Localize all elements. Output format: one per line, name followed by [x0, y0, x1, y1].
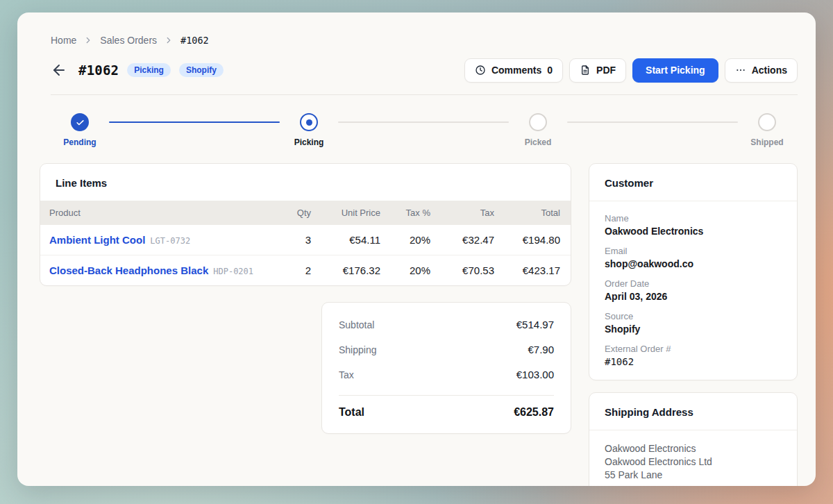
shipping-value: €7.90	[528, 344, 554, 355]
customer-card: Customer Name Oakwood Electronics Email …	[589, 163, 798, 380]
grand-total-row: Total €625.87	[339, 406, 554, 419]
customer-email-field: Email shop@oakwood.co	[605, 246, 782, 269]
cell-tax: €32.47	[430, 225, 494, 255]
cell-total: €194.80	[494, 225, 571, 255]
order-status-stepper: Pending Picking Picked Shipped	[35, 113, 798, 147]
step-circle-pending	[71, 113, 89, 131]
cell-unit-price: €176.32	[311, 255, 380, 286]
clock-icon	[475, 65, 486, 76]
breadcrumb-home[interactable]: Home	[51, 35, 76, 46]
stepper-connector	[338, 121, 509, 123]
stepper-step-shipped: Shipped	[746, 113, 788, 147]
main-panel: Home Sales Orders #1062 #1062 Picking Sh…	[17, 12, 816, 486]
line-items-card: Line Items Product Qty Unit Price Tax % …	[40, 163, 571, 286]
stepper-connector	[567, 121, 738, 123]
subtotal-label: Subtotal	[339, 319, 374, 330]
check-icon	[76, 118, 85, 127]
field-value: Shopify	[605, 324, 782, 335]
step-label: Pending	[63, 137, 96, 147]
source-badge: Shopify	[179, 63, 224, 77]
col-tax-pct: Tax %	[380, 201, 430, 225]
left-column: Line Items Product Qty Unit Price Tax % …	[40, 163, 571, 486]
stepper-connector	[109, 121, 280, 123]
stepper-step-picked: Picked	[517, 113, 559, 147]
source-field: Source Shopify	[605, 311, 782, 335]
breadcrumb: Home Sales Orders #1062	[35, 33, 798, 47]
tax-value: €103.00	[516, 369, 554, 380]
customer-title: Customer	[589, 164, 797, 201]
cell-tax: €70.53	[430, 255, 494, 286]
cell-qty: 3	[271, 225, 311, 255]
cell-tax-pct: 20%	[380, 225, 430, 255]
col-unit-price: Unit Price	[311, 201, 380, 225]
right-column: Customer Name Oakwood Electronics Email …	[589, 163, 798, 486]
address-line: 55 Park Lane	[605, 469, 782, 482]
stepper-step-pending: Pending	[59, 113, 101, 147]
pdf-button[interactable]: PDF	[569, 58, 626, 83]
header-actions: Comments 0 PDF Start Picking Actions	[464, 58, 798, 83]
back-arrow-icon[interactable]	[51, 62, 67, 78]
actions-button[interactable]: Actions	[725, 58, 798, 83]
customer-name-field: Name Oakwood Electronics	[605, 213, 782, 237]
field-label: External Order #	[605, 344, 782, 354]
col-qty: Qty	[271, 201, 311, 225]
step-circle-picking	[300, 113, 318, 131]
breadcrumb-sales-orders[interactable]: Sales Orders	[100, 35, 157, 46]
breadcrumb-current-order: #1062	[180, 35, 209, 46]
stepper-step-picking: Picking	[288, 113, 330, 147]
step-circle-shipped	[758, 113, 776, 131]
product-sku: HDP-0201	[213, 267, 253, 276]
step-circle-picked	[529, 113, 547, 131]
table-row: Ambient Light CoolLGT-0732 3 €54.11 20% …	[40, 225, 571, 255]
pdf-label: PDF	[596, 65, 616, 76]
product-link[interactable]: Closed-Back Headphones Black	[49, 264, 208, 276]
product-link[interactable]: Ambient Light Cool	[49, 234, 145, 246]
line-items-table: Product Qty Unit Price Tax % Tax Total A…	[40, 201, 571, 285]
total-value: €625.87	[514, 406, 554, 419]
current-step-dot-icon	[306, 119, 312, 126]
customer-details: Name Oakwood Electronics Email shop@oakw…	[589, 201, 797, 380]
comments-button[interactable]: Comments 0	[464, 58, 563, 83]
document-icon	[580, 65, 591, 76]
order-totals-card: Subtotal €514.97 Shipping €7.90 Tax €103…	[321, 302, 571, 434]
table-header-row: Product Qty Unit Price Tax % Tax Total	[40, 201, 571, 225]
step-label: Picked	[525, 137, 552, 147]
comments-label: Comments	[491, 65, 541, 76]
chevron-right-icon	[83, 35, 93, 45]
main-content: Line Items Product Qty Unit Price Tax % …	[35, 163, 798, 486]
comments-count: 0	[547, 65, 553, 76]
field-value: shop@oakwood.co	[605, 258, 782, 269]
field-label: Name	[605, 213, 782, 224]
order-date-field: Order Date April 03, 2026	[605, 278, 782, 302]
subtotal-value: €514.97	[516, 319, 554, 330]
shipping-address-card: Shipping Address Oakwood Electronics Oak…	[589, 392, 798, 486]
actions-label: Actions	[752, 65, 787, 76]
totals-divider	[339, 395, 554, 396]
field-label: Source	[605, 311, 782, 321]
table-row: Closed-Back Headphones BlackHDP-0201 2 €…	[40, 255, 571, 286]
external-order-field: External Order # #1062	[605, 344, 782, 367]
col-tax: Tax	[430, 201, 494, 225]
cell-unit-price: €54.11	[311, 225, 380, 255]
address-line: Oakwood Electronics Ltd	[605, 455, 782, 469]
order-header: #1062 Picking Shopify Comments 0 PDF Sta…	[35, 58, 798, 83]
line-items-title: Line Items	[40, 164, 571, 201]
shipping-label: Shipping	[339, 344, 377, 355]
col-product: Product	[40, 201, 271, 225]
product-sku: LGT-0732	[150, 236, 190, 246]
field-value: Oakwood Electronics	[605, 226, 782, 237]
status-badge: Picking	[127, 63, 171, 77]
step-label: Shipped	[750, 137, 783, 147]
start-picking-label: Start Picking	[646, 65, 705, 76]
field-value: April 03, 2026	[605, 291, 782, 302]
subtotal-row: Subtotal €514.97	[339, 319, 554, 330]
tax-row: Tax €103.00	[339, 369, 554, 380]
shipping-row: Shipping €7.90	[339, 344, 554, 355]
col-total: Total	[494, 201, 571, 225]
start-picking-button[interactable]: Start Picking	[632, 58, 718, 83]
total-label: Total	[339, 406, 364, 419]
page-title: #1062	[78, 62, 119, 78]
cell-qty: 2	[271, 255, 311, 286]
field-value: #1062	[605, 356, 782, 367]
tax-label: Tax	[339, 369, 354, 380]
